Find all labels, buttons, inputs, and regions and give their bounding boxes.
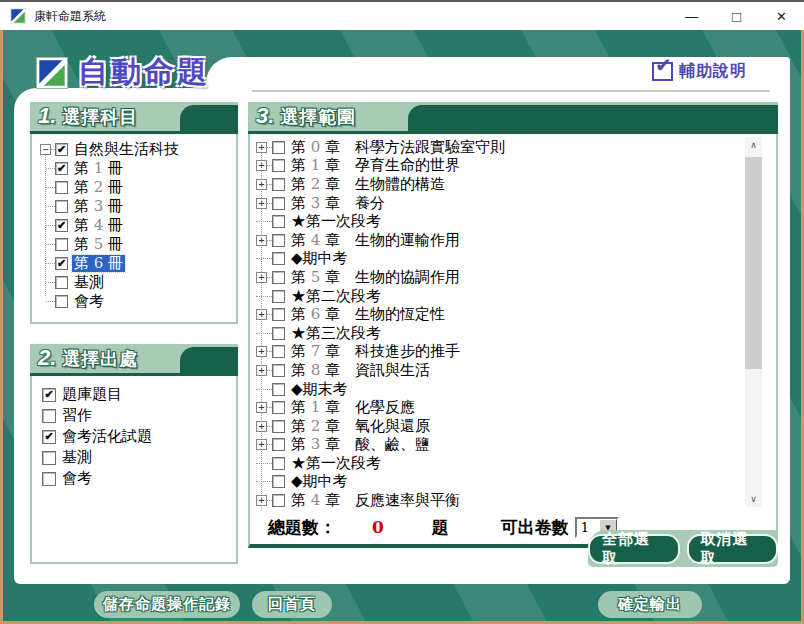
source-item-label: 會考活化試題	[60, 428, 154, 445]
source-item-row[interactable]: 基測	[32, 447, 236, 468]
range-row[interactable]: +第 2 章 氧化與還原	[250, 417, 776, 436]
scroll-up-icon[interactable]: ∧	[745, 137, 762, 153]
checkbox[interactable]	[272, 197, 285, 210]
scrollbar[interactable]: ∧ ∨	[745, 137, 762, 507]
checkbox[interactable]	[272, 438, 285, 451]
range-row[interactable]: ★第二次段考	[250, 287, 776, 306]
range-row[interactable]: +第 3 章 養分	[250, 194, 776, 213]
expand-icon[interactable]: +	[256, 179, 267, 190]
subject-item-row[interactable]: 會考	[32, 292, 236, 311]
confirm-output-button[interactable]: 確定輸出	[598, 591, 702, 618]
checkbox[interactable]	[272, 383, 285, 396]
checkbox[interactable]: ✔	[55, 162, 68, 175]
checkbox[interactable]	[272, 364, 285, 377]
checkbox[interactable]	[272, 234, 285, 247]
scroll-down-icon[interactable]: ∨	[745, 491, 762, 507]
range-row[interactable]: ◆期末考	[250, 380, 776, 399]
range-row-label: 第 7 章 科技進步的推手	[289, 343, 462, 360]
expand-icon[interactable]: +	[256, 365, 267, 376]
subject-item-row[interactable]: 第 3 冊	[32, 197, 236, 216]
subject-item-label: 會考	[72, 293, 106, 310]
home-button[interactable]: 回首頁	[252, 591, 332, 618]
checkbox[interactable]	[272, 401, 285, 414]
expand-icon[interactable]: +	[256, 309, 267, 320]
close-button[interactable]: ✕	[759, 2, 804, 30]
checkbox[interactable]	[272, 327, 285, 340]
checkbox[interactable]	[272, 290, 285, 303]
subject-item-row[interactable]: ✔第 1 冊	[32, 159, 236, 178]
expand-icon[interactable]: +	[256, 272, 267, 283]
expand-icon[interactable]: +	[256, 402, 267, 413]
collapse-icon[interactable]: −	[40, 144, 51, 155]
checkbox[interactable]	[272, 457, 285, 470]
checkbox[interactable]	[272, 271, 285, 284]
checkbox[interactable]	[42, 451, 56, 465]
subject-root-row[interactable]: −✔自然與生活科技	[32, 140, 236, 159]
subject-item-row[interactable]: ✔第 6 冊	[32, 254, 236, 273]
subject-item-row[interactable]: ✔第 4 冊	[32, 216, 236, 235]
checkbox[interactable]	[42, 409, 56, 423]
checkbox[interactable]	[272, 141, 285, 154]
expand-icon[interactable]: +	[256, 142, 267, 153]
checkbox[interactable]	[55, 295, 68, 308]
range-row-label: ★第一次段考	[289, 213, 383, 230]
range-row[interactable]: ★第三次段考	[250, 324, 776, 343]
checkbox[interactable]	[272, 159, 285, 172]
expand-icon[interactable]: +	[256, 198, 267, 209]
checkbox[interactable]	[42, 472, 56, 486]
checkbox[interactable]	[272, 215, 285, 228]
range-row[interactable]: +第 5 章 生物的協調作用	[250, 268, 776, 287]
checkbox[interactable]: ✔	[55, 143, 68, 156]
range-row[interactable]: ◆期中考	[250, 250, 776, 269]
checkbox[interactable]	[55, 276, 68, 289]
expand-icon[interactable]: +	[256, 421, 267, 432]
range-row[interactable]: ★第一次段考	[250, 454, 776, 473]
range-row[interactable]: +第 4 章 反應速率與平衡	[250, 491, 776, 510]
range-row[interactable]: +第 1 章 孕育生命的世界	[250, 157, 776, 176]
checkbox[interactable]	[272, 475, 285, 488]
checkbox[interactable]	[55, 238, 68, 251]
deselect-all-button[interactable]: 取消選取	[687, 534, 779, 564]
subject-item-row[interactable]: 第 5 冊	[32, 235, 236, 254]
checkbox[interactable]: ✔	[42, 430, 56, 444]
range-row[interactable]: +第 1 章 化學反應	[250, 398, 776, 417]
source-item-row[interactable]: ✔會考活化試題	[32, 426, 236, 447]
range-row[interactable]: +第 7 章 科技進步的推手	[250, 343, 776, 362]
checkbox[interactable]	[272, 178, 285, 191]
checkbox[interactable]: ✔	[42, 388, 56, 402]
checkbox[interactable]	[272, 252, 285, 265]
expand-icon[interactable]: +	[256, 439, 267, 450]
select-all-button[interactable]: 全部選取	[588, 534, 680, 564]
checkbox[interactable]	[55, 200, 68, 213]
range-row[interactable]: ◆期中考	[250, 473, 776, 492]
source-item-row[interactable]: ✔題庫題目	[32, 384, 236, 405]
range-row[interactable]: +第 4 章 生物的運輸作用	[250, 231, 776, 250]
help-link[interactable]: ✔ 輔助說明	[652, 61, 747, 82]
checkbox[interactable]: ✔	[55, 257, 68, 270]
source-item-row[interactable]: 會考	[32, 468, 236, 489]
checkbox[interactable]	[55, 181, 68, 194]
maximize-button[interactable]: □	[714, 2, 759, 30]
range-row[interactable]: +第 6 章 生物的恆定性	[250, 305, 776, 324]
checkbox[interactable]	[272, 345, 285, 358]
save-record-button[interactable]: 儲存命題操作記錄	[94, 591, 240, 618]
expand-icon[interactable]: +	[256, 495, 267, 506]
expand-icon[interactable]: +	[256, 160, 267, 171]
minimize-button[interactable]: —	[669, 2, 714, 30]
expand-icon[interactable]: +	[256, 346, 267, 357]
range-row-label: 第 4 章 反應速率與平衡	[289, 492, 462, 509]
expand-icon[interactable]: +	[256, 235, 267, 246]
scrollbar-thumb[interactable]	[745, 157, 762, 369]
subject-item-row[interactable]: 第 2 冊	[32, 178, 236, 197]
checkbox[interactable]	[272, 420, 285, 433]
subject-item-row[interactable]: 基測	[32, 273, 236, 292]
range-row[interactable]: +第 3 章 酸、鹼、鹽	[250, 436, 776, 455]
checkbox[interactable]: ✔	[55, 219, 68, 232]
range-row[interactable]: +第 8 章 資訊與生活	[250, 361, 776, 380]
source-item-row[interactable]: 習作	[32, 405, 236, 426]
range-row[interactable]: +第 0 章 科學方法跟實驗室守則	[250, 138, 776, 157]
checkbox[interactable]	[272, 494, 285, 507]
range-row[interactable]: +第 2 章 生物體的構造	[250, 175, 776, 194]
checkbox[interactable]	[272, 308, 285, 321]
range-row[interactable]: ★第一次段考	[250, 212, 776, 231]
